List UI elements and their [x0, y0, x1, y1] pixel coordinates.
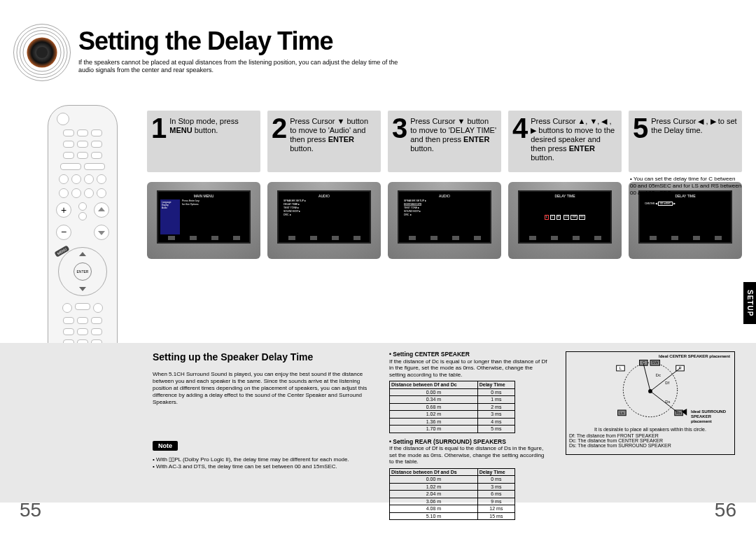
step-1: 1In Stop mode, press MENU button. MAIN M… — [147, 111, 260, 259]
step-3: 3Press Cursor ▼ button to move to 'DELAY… — [388, 111, 501, 259]
tv-screenshot: MAIN MENULanguageDisplayAudioPress Enter… — [147, 182, 260, 259]
center-column: • Setting CENTER SPEAKER If the distance… — [389, 351, 550, 526]
svg-text:Ls: Ls — [620, 411, 624, 415]
svg-text:Rs: Rs — [676, 411, 681, 415]
svg-line-22 — [650, 391, 678, 412]
step-2: 2Press Cursor ▼ button to move to 'Audio… — [267, 111, 381, 259]
center-table: Distance between Df and DcDelay Time 0.0… — [389, 381, 515, 433]
svg-point-5 — [36, 47, 48, 58]
svg-line-21 — [650, 368, 680, 391]
extra-note: You can set the delay time for C between… — [630, 176, 742, 197]
section-title: Setting up the Speaker Delay Time — [153, 351, 313, 363]
side-tab: SETUP — [743, 282, 756, 324]
speaker-graphic-icon — [10, 21, 74, 84]
step-text: Press Cursor ▼ button to move to 'Audio'… — [290, 115, 377, 165]
diagram-column: Ideal CENTER SPEAKER placement L C SW R … — [566, 351, 735, 455]
page-number-left: 55 — [20, 499, 41, 521]
body-text: When 5.1CH Surround Sound is played, you… — [153, 371, 377, 406]
svg-line-20 — [643, 364, 650, 391]
svg-text:R: R — [678, 366, 681, 370]
step-text: Press Cursor ▼ button to move to 'DELAY … — [410, 115, 497, 165]
svg-text:Ds: Ds — [665, 400, 670, 404]
svg-text:SW: SW — [652, 360, 659, 365]
svg-text:Dc: Dc — [656, 373, 661, 377]
note-lines: With ▯▯PL (Dolby Pro Logic II), the dela… — [153, 456, 419, 470]
step-text: Press Cursor ▲, ▼, ◀ , ▶ buttons to move… — [531, 115, 617, 165]
step-4: 4Press Cursor ▲, ▼, ◀ , ▶ buttons to mov… — [508, 111, 622, 259]
tv-screenshot: AUDIOSPEAKER SETUP ▸DELAY TIME ▸TEST TON… — [388, 182, 501, 259]
page-title: Setting the Delay Time — [78, 27, 332, 56]
svg-text:Df: Df — [665, 381, 669, 385]
note-badge: Note — [153, 441, 178, 451]
page-subtitle: If the speakers cannot be placed at equa… — [78, 59, 414, 74]
step-text: In Stop mode, press MENU button. — [169, 115, 256, 165]
rear-table: Distance between Df and DsDelay Time 0.0… — [389, 468, 515, 521]
step-num: 5 — [633, 115, 648, 165]
step-num: 1 — [151, 115, 167, 165]
tv-screenshot: DELAY TIMELCRLSSWRS — [508, 182, 622, 259]
step-num: 2 — [272, 115, 287, 165]
tv-screenshot: AUDIOSPEAKER SETUP ▸DELAY TIME ▸TEST TON… — [267, 182, 381, 259]
step-num: 3 — [392, 115, 407, 165]
step-num: 4 — [512, 115, 528, 165]
page-number-right: 56 — [715, 499, 736, 521]
step-text: Press Cursor ◀ , ▶ to set the Delay time… — [651, 115, 738, 165]
bottom-area: Setting up the Speaker Delay Time When 5… — [0, 343, 756, 503]
